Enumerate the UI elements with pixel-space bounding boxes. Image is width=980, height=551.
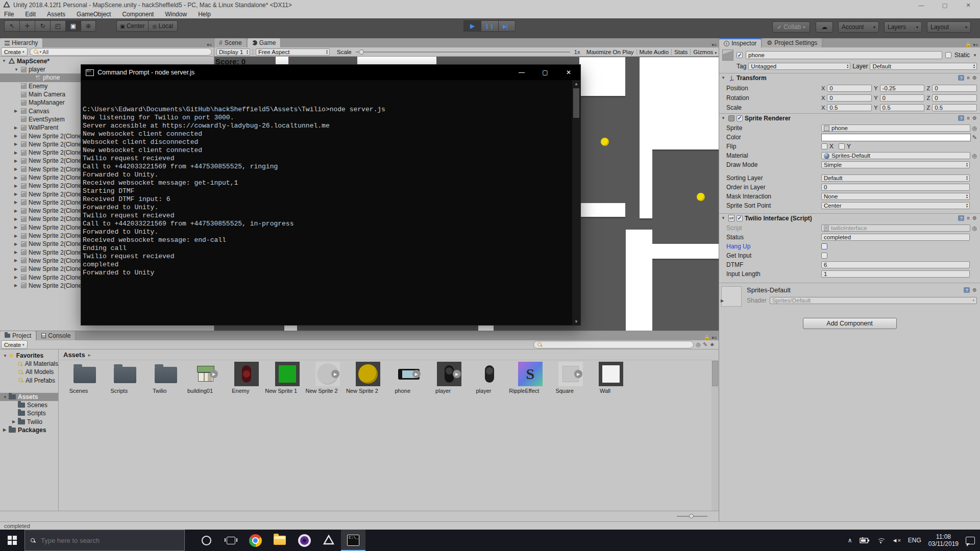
lock-icon[interactable]: 🔒 (965, 42, 971, 47)
project-pane-menu-icon[interactable]: ▾≡ (712, 335, 717, 340)
asset-item[interactable]: ▶ building01 (182, 362, 218, 394)
asset-item[interactable]: ▶ Scripts (101, 362, 137, 394)
z-field[interactable]: 0 (932, 85, 977, 92)
x-field[interactable]: 0 (827, 94, 872, 102)
menu-item[interactable]: Help (198, 11, 211, 18)
asset-item[interactable]: ▶ player (425, 362, 461, 394)
tag-dropdown[interactable]: Untagged (748, 63, 850, 70)
inspector-pane-menu-icon[interactable]: ▾≡ (973, 42, 978, 47)
step-button[interactable]: ▶▏ (498, 20, 516, 32)
account-dropdown[interactable]: Account▾ (838, 21, 879, 33)
asset-item[interactable]: ▶ phone (384, 362, 421, 394)
aspect-dropdown[interactable]: Free Aspect (256, 48, 330, 56)
cmd-scrollbar[interactable]: ▲ ▼ (572, 80, 580, 325)
pivot-center-button[interactable]: ▣Center (116, 20, 148, 32)
tab-hierarchy[interactable]: Hierarchy (0, 38, 43, 47)
hierarchy-scene-row[interactable]: ▼ MapScene* (0, 57, 214, 65)
asset-expand-icon[interactable]: ▶ (574, 370, 582, 378)
tab-game[interactable]: Game (248, 38, 281, 47)
close-button[interactable]: ✕ (957, 0, 980, 10)
scale-slider-thumb[interactable] (359, 49, 364, 55)
menu-item[interactable]: File (4, 11, 14, 18)
file-explorer-button[interactable] (267, 530, 292, 551)
asset-item[interactable]: ▶ Square (546, 362, 583, 394)
project-scrollbar-thumb[interactable] (712, 361, 718, 386)
stats-toggle[interactable]: Stats (674, 49, 688, 55)
asset-item[interactable]: ▶ New Sprite 2 (344, 362, 380, 394)
object-picker-icon[interactable]: ◎ (972, 225, 977, 232)
status-bar[interactable]: completed (0, 521, 980, 530)
input-length-field[interactable]: 1 (821, 270, 970, 278)
cloud-button[interactable]: ☁ (816, 21, 833, 33)
maximize-on-play-toggle[interactable]: Maximize On Play (586, 49, 634, 55)
asset-item[interactable]: ▶ Enemy (222, 362, 259, 394)
scale-tool-button[interactable]: ◰ (50, 20, 65, 32)
hierarchy-create-button[interactable]: Create▾ (1, 47, 28, 56)
menu-item[interactable]: Edit (25, 11, 36, 18)
cmd-close-button[interactable]: ✕ (557, 65, 580, 80)
layer-dropdown[interactable]: Default (870, 63, 977, 70)
minimize-button[interactable]: — (910, 0, 933, 10)
asset-expand-icon[interactable]: ▶ (210, 370, 218, 378)
taskbar-search-input[interactable] (40, 536, 164, 545)
tree-row[interactable] (0, 385, 58, 393)
project-scrollbar[interactable] (712, 360, 719, 511)
cmd-minimize-button[interactable]: — (510, 65, 533, 80)
presets-icon[interactable]: ≡ (967, 115, 970, 121)
menu-item[interactable]: Assets (47, 11, 65, 18)
hierarchy-pane-menu-icon[interactable]: ▾≡ (207, 42, 212, 47)
tab-console[interactable]: Console (37, 331, 76, 340)
scale-slider[interactable] (356, 49, 570, 55)
material-thumbnail[interactable] (721, 286, 742, 307)
tree-row[interactable]: All Models (0, 368, 58, 376)
clock[interactable]: 11:08 03/11/2019 (928, 533, 959, 547)
thumbnail-size-thumb[interactable] (689, 514, 694, 518)
mask-interaction-dropdown[interactable]: None (821, 193, 970, 200)
sorting-layer-dropdown[interactable]: Default (821, 174, 970, 182)
transform-header[interactable]: ▼ Transform ?≡⚙ (719, 73, 980, 82)
hand-tool-button[interactable]: ↖ (4, 20, 19, 32)
twilio-enabled-checkbox[interactable]: ✓ (737, 215, 743, 221)
pivot-local-button[interactable]: ◎Local (148, 20, 178, 32)
material-object-field[interactable]: Sprites-Default (821, 152, 970, 159)
z-field[interactable]: 0 (932, 94, 977, 102)
move-tool-button[interactable]: ✛ (19, 20, 35, 32)
wifi-icon[interactable] (877, 537, 885, 544)
x-field[interactable]: 0 (827, 85, 872, 92)
gear-icon[interactable]: ⚙ (972, 287, 977, 293)
script-object-field[interactable]: #twilioInterface (821, 224, 970, 232)
asset-item[interactable]: ▶ Wall (586, 362, 623, 394)
scroll-up-icon[interactable]: ▲ (574, 80, 578, 87)
tab-inspector[interactable]: i Inspector (719, 38, 762, 47)
draw-mode-dropdown[interactable]: Simple (821, 161, 970, 168)
start-button[interactable] (0, 530, 24, 551)
scroll-down-icon[interactable]: ▼ (574, 318, 578, 325)
gizmos-dropdown[interactable]: Gizmos ▾ (693, 49, 717, 55)
asset-item[interactable]: ▶ Scenes (60, 362, 97, 394)
thumbnail-size-slider[interactable] (677, 516, 707, 517)
project-create-button[interactable]: Create▾ (1, 340, 28, 349)
tab-project-settings[interactable]: ⚙Project Settings (762, 38, 822, 47)
mute-audio-toggle[interactable]: Mute Audio (640, 49, 669, 55)
gear-icon[interactable]: ⚙ (972, 215, 977, 221)
presets-icon[interactable]: ≡ (967, 215, 970, 221)
asset-item[interactable]: ▶ player (465, 362, 502, 394)
y-field[interactable]: 0.5 (880, 104, 925, 111)
help-icon[interactable]: ? (958, 75, 964, 81)
static-dropdown-icon[interactable]: ▼ (973, 53, 977, 58)
expand-arrow-icon[interactable]: ▶ (721, 298, 724, 303)
layers-dropdown[interactable]: Layers▾ (884, 21, 922, 33)
x-field[interactable]: 0.5 (827, 104, 872, 111)
flip-y-checkbox[interactable] (839, 143, 845, 149)
tree-row[interactable]: ▶ Twilio (0, 418, 58, 426)
command-prompt-taskbar-button[interactable]: C:\_ (341, 530, 365, 551)
order-in-layer-field[interactable]: 0 (821, 184, 970, 191)
asset-item[interactable]: ▶ Twilio (141, 362, 178, 394)
sprite-renderer-enabled-checkbox[interactable]: ✓ (737, 115, 743, 121)
battery-icon[interactable] (860, 537, 870, 543)
tree-row[interactable]: Scripts (0, 409, 58, 417)
tree-row[interactable]: All Materials (0, 360, 58, 368)
tree-row[interactable]: ▶ Packages (0, 426, 58, 434)
asset-item[interactable]: ▶ New Sprite 1 (263, 362, 300, 394)
dtmf-field[interactable]: 6 (821, 261, 970, 268)
